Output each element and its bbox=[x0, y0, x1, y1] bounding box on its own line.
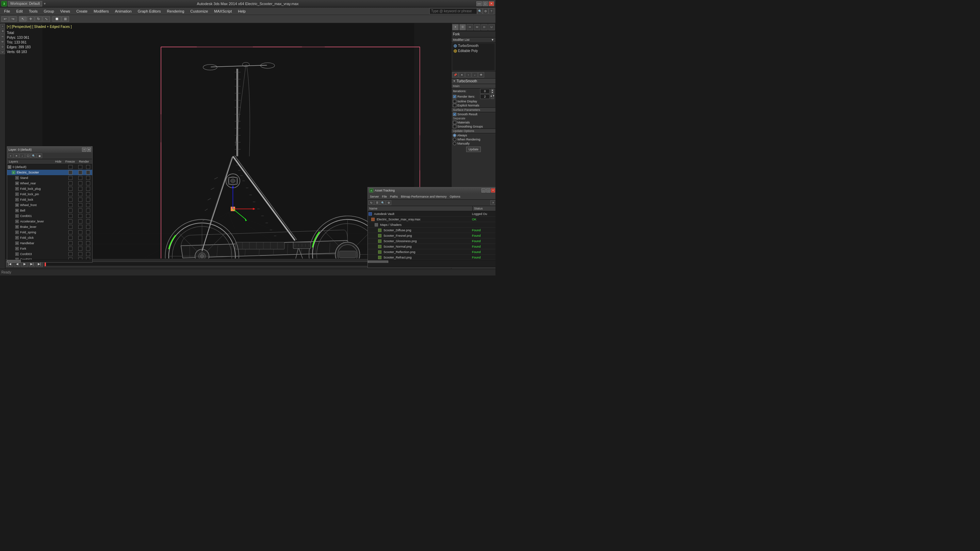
layer-item-fork[interactable]: F Fork bbox=[7, 246, 92, 251]
minimize-button[interactable]: — bbox=[476, 2, 482, 6]
turbosmooth-header[interactable]: ▼ TurboSmooth bbox=[452, 79, 495, 84]
asset-tool-find[interactable]: 🔍 bbox=[380, 200, 385, 205]
isoline-checkbox[interactable] bbox=[453, 100, 456, 103]
explicit-normals-checkbox[interactable] bbox=[453, 104, 456, 107]
layers-current[interactable]: ◉ bbox=[37, 153, 42, 158]
layer-item-wheel-front[interactable]: W Wheel_front bbox=[7, 202, 92, 208]
layer-stand-r[interactable] bbox=[86, 176, 90, 180]
rp-tab-utilities[interactable]: U bbox=[488, 24, 495, 30]
rp-movedown[interactable]: ↓ bbox=[472, 72, 478, 78]
layers-select[interactable]: ☐ bbox=[25, 153, 30, 158]
layer-wr-h[interactable] bbox=[68, 181, 73, 185]
menu-customize[interactable]: Customize bbox=[188, 8, 211, 14]
asset-menu-server[interactable]: Server bbox=[369, 195, 380, 198]
asset-col-status[interactable]: Status bbox=[473, 206, 495, 211]
asset-row-glossiness[interactable]: Scooter_Glossiness.png Found bbox=[368, 238, 495, 244]
menu-rendering[interactable]: Rendering bbox=[164, 8, 187, 14]
toolbar-mirror[interactable]: ⊞ bbox=[62, 16, 69, 22]
render-iters-checkbox[interactable]: ✓ bbox=[453, 95, 456, 98]
asset-menu-file[interactable]: File bbox=[381, 195, 388, 198]
lt-create[interactable]: + bbox=[0, 24, 5, 29]
layer-item-handlebar[interactable]: H Handlebar bbox=[7, 240, 92, 246]
search-button[interactable]: 🔍 bbox=[477, 8, 482, 14]
rp-delete[interactable]: ✕ bbox=[459, 72, 465, 78]
asset-menu-bitmap-perf[interactable]: Bitmap Performance and Memory bbox=[399, 195, 448, 198]
layer-flp-f[interactable] bbox=[78, 187, 82, 191]
iterations-spinner[interactable]: ▲▼ bbox=[491, 89, 494, 94]
workspace-selector[interactable]: Workspace: Default bbox=[8, 1, 42, 6]
timeline[interactable] bbox=[43, 262, 394, 266]
asset-row-diffuse[interactable]: Scooter_Diffuse.png Found bbox=[368, 227, 495, 233]
rp-pin[interactable]: 📌 bbox=[452, 72, 458, 78]
rp-tab-modify[interactable]: ⚙ bbox=[460, 24, 466, 30]
help-button[interactable]: ? bbox=[488, 8, 494, 14]
lt-display[interactable]: D bbox=[0, 44, 5, 49]
menu-modifiers[interactable]: Modifiers bbox=[91, 8, 111, 14]
menu-tools[interactable]: Tools bbox=[26, 8, 40, 14]
when-rendering-radio[interactable] bbox=[453, 138, 456, 141]
smoothing-groups-checkbox[interactable] bbox=[453, 125, 456, 128]
asset-maximize-btn[interactable]: □ bbox=[486, 189, 490, 192]
toolbar-snap[interactable]: 🔲 bbox=[52, 16, 61, 22]
asset-menu-paths[interactable]: Paths bbox=[388, 195, 399, 198]
layer-check-render[interactable] bbox=[86, 165, 90, 169]
menu-views[interactable]: Views bbox=[57, 8, 73, 14]
asset-row-maps[interactable]: Maps / Shaders bbox=[368, 222, 495, 227]
asset-col-name[interactable]: Name bbox=[368, 206, 473, 211]
rp-show[interactable]: 👁 bbox=[478, 72, 484, 78]
iterations-input[interactable] bbox=[480, 89, 490, 94]
toolbar-move[interactable]: ✛ bbox=[27, 16, 34, 22]
layer-item-fold-spring[interactable]: F Fold_spring bbox=[7, 230, 92, 235]
layer-item-fold-lock[interactable]: F Fold_lock bbox=[7, 197, 92, 202]
layer-stand-f[interactable] bbox=[78, 176, 82, 180]
layers-titlebar[interactable]: Layer: 0 (default) ? ✕ bbox=[7, 147, 92, 153]
rp-tab-hierarchy[interactable]: H bbox=[466, 24, 473, 30]
layer-wr-f[interactable] bbox=[78, 181, 82, 185]
layer-wr-r[interactable] bbox=[86, 181, 90, 185]
asset-row-normal[interactable]: Scooter_Normal.png Found bbox=[368, 244, 495, 249]
render-iters-spinner[interactable]: ▲▼ bbox=[491, 94, 494, 99]
layer-item-electric-scooter[interactable]: E Electric_Scooter bbox=[7, 170, 92, 175]
lt-motion[interactable]: M bbox=[0, 39, 5, 44]
layer-item-fold-click[interactable]: F Fold_click bbox=[7, 235, 92, 240]
menu-maxscript[interactable]: MAXScript bbox=[211, 8, 234, 14]
layers-add-selected[interactable]: ↓ bbox=[19, 153, 25, 158]
menu-group[interactable]: Group bbox=[41, 8, 57, 14]
layer-item-brake-lever[interactable]: B Brake_lever bbox=[7, 224, 92, 230]
close-button[interactable]: ✕ bbox=[488, 2, 494, 6]
rp-moveup[interactable]: ↑ bbox=[465, 72, 471, 78]
asset-close-btn[interactable]: ✕ bbox=[491, 189, 495, 192]
layers-add[interactable]: + bbox=[8, 153, 13, 158]
always-radio[interactable] bbox=[453, 134, 456, 137]
rp-tab-create[interactable]: ✦ bbox=[452, 24, 459, 30]
manually-radio[interactable] bbox=[453, 142, 456, 145]
lt-hierarchy[interactable]: H bbox=[0, 34, 5, 39]
layer-check-freeze-2[interactable] bbox=[78, 170, 82, 175]
layer-item-cord002[interactable]: C Cord002 bbox=[7, 257, 92, 259]
asset-menu-options[interactable]: Options bbox=[449, 195, 462, 198]
layer-item-bell[interactable]: B Bell bbox=[7, 208, 92, 213]
toolbar-rotate[interactable]: ↻ bbox=[35, 16, 42, 22]
update-button[interactable]: Update bbox=[466, 147, 481, 152]
modifier-turbosmooth[interactable]: TurboSmooth bbox=[452, 43, 495, 48]
lt-modify[interactable]: ⚙ bbox=[0, 29, 5, 34]
layer-item-fold-lock-pin[interactable]: F Fold_lock_pin bbox=[7, 192, 92, 197]
rp-tab-display[interactable]: D bbox=[481, 24, 488, 30]
modifier-editablepoly[interactable]: Editable Poly bbox=[452, 48, 495, 53]
layer-item-cord001[interactable]: C Cord001 bbox=[7, 213, 92, 219]
asset-row-fresnel[interactable]: Scooter_Fresnel.png Found bbox=[368, 233, 495, 238]
layer-flp-h[interactable] bbox=[68, 187, 73, 191]
modifier-list-dropdown[interactable]: ▼ bbox=[491, 38, 494, 41]
toolbar-select[interactable]: ↖ bbox=[19, 16, 27, 22]
layers-delete[interactable]: ✕ bbox=[14, 153, 19, 158]
layers-find[interactable]: 🔍 bbox=[31, 153, 37, 158]
layers-scrollbar[interactable] bbox=[7, 259, 92, 262]
toolbar-undo[interactable]: ↩ bbox=[2, 16, 9, 22]
layers-close-btn[interactable]: ✕ bbox=[87, 148, 91, 152]
maximize-button[interactable]: □ bbox=[482, 2, 488, 6]
rp-tab-motion[interactable]: M bbox=[474, 24, 480, 30]
layer-stand-h[interactable] bbox=[68, 176, 73, 180]
asset-minimize-btn[interactable]: — bbox=[482, 189, 485, 192]
asset-row-refract[interactable]: Scooter_Refract.png Found bbox=[368, 255, 495, 260]
asset-tool-options[interactable]: ⚙ bbox=[386, 200, 391, 205]
